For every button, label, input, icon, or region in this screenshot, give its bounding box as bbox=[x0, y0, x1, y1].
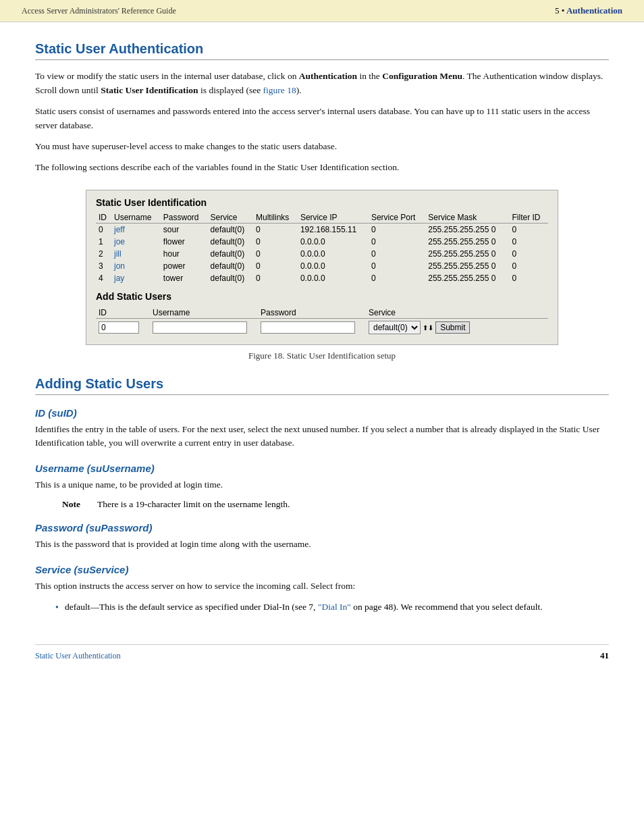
sub2-title: Username (suUsername) bbox=[35, 463, 609, 474]
user-link[interactable]: jeff bbox=[114, 225, 125, 234]
table-cell: 255.255.255.255 0 bbox=[425, 260, 509, 272]
user-link[interactable]: jill bbox=[114, 249, 122, 259]
section1-para1: To view or modify the static users in th… bbox=[35, 70, 609, 98]
form-username-cell bbox=[150, 318, 258, 336]
section2-title: Adding Static Users bbox=[35, 376, 609, 395]
form-username-input[interactable] bbox=[153, 321, 247, 334]
bullet-item-default: default—This is the default service as s… bbox=[55, 600, 609, 615]
form-id-input[interactable] bbox=[99, 321, 139, 334]
header-chapter: 5 • Authentication bbox=[555, 5, 622, 16]
table-cell: 1 bbox=[96, 236, 111, 248]
header-guide-title: Access Server Administrators' Reference … bbox=[22, 6, 176, 16]
footer-page-num: 41 bbox=[600, 650, 609, 661]
table-cell: 0.0.0.0 bbox=[298, 236, 369, 248]
table-cell: 4 bbox=[96, 272, 111, 284]
table-cell: 0 bbox=[253, 223, 298, 236]
submit-button[interactable]: Submit bbox=[435, 321, 470, 334]
sui-table-header-row: ID Username Password Service Multilinks … bbox=[96, 212, 548, 224]
table-cell[interactable]: joe bbox=[111, 236, 161, 248]
user-link[interactable]: jay bbox=[114, 273, 124, 283]
user-link[interactable]: jon bbox=[114, 261, 125, 271]
table-cell: 0 bbox=[253, 272, 298, 284]
table-cell[interactable]: jeff bbox=[111, 223, 161, 236]
sub4-title: Service (suService) bbox=[35, 564, 609, 575]
figure18-link[interactable]: figure 18 bbox=[263, 85, 296, 95]
service-bullet-list: default—This is the default service as s… bbox=[55, 600, 609, 615]
table-cell: 0 bbox=[509, 223, 548, 236]
table-cell: power bbox=[161, 260, 208, 272]
section1-para4: The following sections describe each of … bbox=[35, 161, 609, 175]
add-form-header-row: ID Username Password Service bbox=[96, 307, 548, 319]
table-cell: 0 bbox=[253, 260, 298, 272]
user-link[interactable]: joe bbox=[114, 237, 125, 246]
table-cell: 0.0.0.0 bbox=[298, 248, 369, 260]
select-arrows: ⬆⬇ bbox=[423, 324, 435, 332]
table-cell: 255.255.255.255 0 bbox=[425, 248, 509, 260]
sub1-title: ID (suID) bbox=[35, 407, 609, 419]
table-cell: 255.255.255.255 0 bbox=[425, 272, 509, 284]
add-form-row: default(0) ⬆⬇ Submit bbox=[96, 318, 548, 336]
form-password-cell bbox=[258, 318, 366, 336]
table-cell: 2 bbox=[96, 248, 111, 260]
sub3-title: Password (suPassword) bbox=[35, 522, 609, 533]
table-cell: 0.0.0.0 bbox=[298, 260, 369, 272]
table-cell: 3 bbox=[96, 260, 111, 272]
table-cell[interactable]: jay bbox=[111, 272, 161, 284]
figure-caption: Figure 18. Static User Identification se… bbox=[248, 350, 396, 361]
add-static-title: Add Static Users bbox=[96, 291, 548, 302]
sui-box-title: Static User Identification bbox=[96, 197, 548, 208]
form-col-password: Password bbox=[258, 307, 366, 319]
form-id-cell bbox=[96, 318, 150, 336]
sub1-text: Identifies the entry in the table of use… bbox=[35, 423, 609, 451]
form-service-cell: default(0) ⬆⬇ Submit bbox=[366, 318, 548, 336]
table-row: 2jillhourdefault(0)00.0.0.00255.255.255.… bbox=[96, 248, 548, 260]
bullet-text: default—This is the default service as s… bbox=[65, 602, 543, 612]
footer-section-name: Static User Authentication bbox=[35, 651, 121, 661]
sui-box: Static User Identification ID Username P… bbox=[86, 190, 558, 345]
table-cell: 255.255.255.255 0 bbox=[425, 223, 509, 236]
table-cell: 255.255.255.255 0 bbox=[425, 236, 509, 248]
table-cell: 0 bbox=[509, 236, 548, 248]
section1-title: Static User Authentication bbox=[35, 41, 609, 60]
table-cell: hour bbox=[161, 248, 208, 260]
table-cell: 0 bbox=[369, 236, 425, 248]
col-service-mask: Service Mask bbox=[425, 212, 509, 224]
section1-para3: You must have superuser-level access to … bbox=[35, 140, 609, 154]
table-cell: default(0) bbox=[208, 236, 253, 248]
table-cell: 0 bbox=[369, 248, 425, 260]
table-cell[interactable]: jill bbox=[111, 248, 161, 260]
form-service-select[interactable]: default(0) bbox=[369, 321, 421, 334]
note-label: Note bbox=[62, 499, 86, 510]
form-col-service: Service bbox=[366, 307, 548, 319]
add-form-table: ID Username Password Service bbox=[96, 307, 548, 336]
table-cell: sour bbox=[161, 223, 208, 236]
table-cell: default(0) bbox=[208, 260, 253, 272]
dial-in-link[interactable]: "Dial In" bbox=[318, 602, 351, 612]
col-service: Service bbox=[208, 212, 253, 224]
table-cell: default(0) bbox=[208, 248, 253, 260]
table-row: 3jonpowerdefault(0)00.0.0.00255.255.255.… bbox=[96, 260, 548, 272]
table-cell: 192.168.155.11 bbox=[298, 223, 369, 236]
table-cell: 0 bbox=[369, 260, 425, 272]
form-password-input[interactable] bbox=[261, 321, 355, 334]
table-cell: 0 bbox=[509, 272, 548, 284]
table-row: 4jaytowerdefault(0)00.0.0.00255.255.255.… bbox=[96, 272, 548, 284]
table-cell: 0 bbox=[369, 272, 425, 284]
col-multilinks: Multilinks bbox=[253, 212, 298, 224]
form-col-username: Username bbox=[150, 307, 258, 319]
figure18: Static User Identification ID Username P… bbox=[35, 190, 609, 361]
section1-para2: Static users consist of usernames and pa… bbox=[35, 105, 609, 133]
table-cell: 0 bbox=[509, 260, 548, 272]
col-password: Password bbox=[161, 212, 208, 224]
table-cell: 0 bbox=[96, 223, 111, 236]
form-col-id: ID bbox=[96, 307, 150, 319]
chapter-title: Authentication bbox=[566, 5, 622, 16]
note-text: There is a 19-character limit on the use… bbox=[97, 499, 290, 510]
col-service-port: Service Port bbox=[369, 212, 425, 224]
sub2-text: This is a unique name, to be provided at… bbox=[35, 478, 609, 492]
table-cell: tower bbox=[161, 272, 208, 284]
table-row: 0jeffsourdefault(0)0192.168.155.110255.2… bbox=[96, 223, 548, 236]
table-cell[interactable]: jon bbox=[111, 260, 161, 272]
table-cell: default(0) bbox=[208, 223, 253, 236]
table-cell: 0.0.0.0 bbox=[298, 272, 369, 284]
